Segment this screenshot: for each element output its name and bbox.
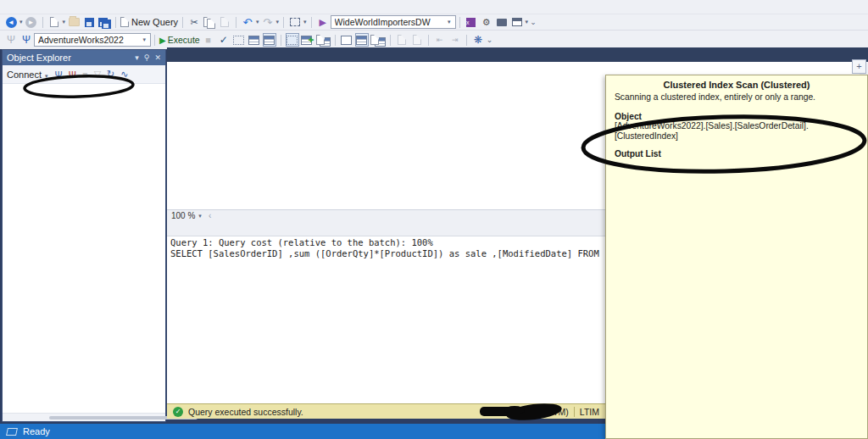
pin-icon[interactable]: ⚲ <box>144 53 150 62</box>
save-all-button[interactable] <box>97 15 111 29</box>
sql-editor-toolbar: Ψ Ψ AdventureWorks2022▾ ▶Execute ■ ✓ ✚ ⇤… <box>0 30 868 49</box>
toolbar-separator <box>42 17 43 28</box>
toolbar-separator <box>281 35 281 46</box>
save-button[interactable] <box>82 15 96 29</box>
toolbar-separator <box>283 17 284 28</box>
toolbar-separator <box>182 17 183 28</box>
selection-box-icon[interactable] <box>288 15 302 29</box>
connect-server-icon[interactable]: Ψ <box>55 69 63 80</box>
execute-button[interactable]: ▶Execute <box>159 33 200 47</box>
tooltip-object-label: Object <box>615 112 859 121</box>
results-to-file-icon[interactable] <box>370 33 386 47</box>
selection-dropdown-icon[interactable]: ▾ <box>303 19 307 25</box>
copy-icon[interactable] <box>203 15 216 29</box>
paste-icon[interactable] <box>218 15 231 29</box>
menubar <box>0 0 868 14</box>
window-position-icon[interactable]: ▾ <box>135 53 139 62</box>
tooltip-output-label: Output List <box>615 149 859 158</box>
toolbox-icon[interactable] <box>495 15 509 29</box>
stop-button[interactable]: ■ <box>202 33 215 47</box>
database-combo[interactable]: AdventureWorks2022▾ <box>34 33 151 47</box>
cut-icon[interactable]: ✂ <box>187 15 201 29</box>
wrench-icon[interactable]: ⚙ <box>480 15 493 29</box>
parse-button[interactable]: ✓ <box>217 33 231 47</box>
new-query-button[interactable]: New Query <box>120 15 178 29</box>
toolbar-separator <box>335 35 336 46</box>
object-explorer-header[interactable]: Object Explorer ▾ ⚲ ✕ <box>3 50 165 65</box>
navigate-back-dropdown-icon[interactable]: ▾ <box>19 19 23 25</box>
new-item-dropdown-icon[interactable]: ▾ <box>63 19 66 25</box>
object-explorer-panel: Object Explorer ▾ ⚲ ✕ Connect ▾ Ψ Ψ ■ ▽ … <box>2 49 166 422</box>
filter-icon[interactable]: ▽ <box>94 69 101 80</box>
navigate-forward-button[interactable]: ► <box>25 15 38 29</box>
tooltip-object-value: [AdventureWorks2022].[Sales].[SalesOrder… <box>615 121 859 142</box>
close-icon[interactable]: ✕ <box>154 53 161 62</box>
activity-monitor-icon[interactable]: ∿ <box>120 69 128 80</box>
status-label: Ready <box>23 426 50 436</box>
query-status-message: Query executed successfully. <box>188 407 303 417</box>
toolbar-separator <box>115 17 116 28</box>
redo-button[interactable]: ↷ <box>261 15 275 29</box>
connect-dropdown[interactable]: Connect ▾ <box>7 69 49 80</box>
uncomment-icon[interactable] <box>410 33 424 47</box>
toolbar-separator <box>428 35 429 46</box>
live-query-stats-icon[interactable] <box>286 33 299 47</box>
success-check-icon: ✓ <box>173 407 183 417</box>
status-icon <box>6 428 18 436</box>
window-layout-icon[interactable] <box>510 15 524 29</box>
toolbar-separator <box>311 17 312 28</box>
toolbar-separator <box>154 35 155 46</box>
change-connection-icon[interactable]: Ψ <box>19 33 33 47</box>
document-tabstrip <box>167 47 868 62</box>
standard-toolbar: ◄ ▾ ► ▾ New Query ✂ ↶ ▾ ↷ ▾ ▾ ▶ WideWorl… <box>0 14 868 30</box>
refresh-icon[interactable]: ↻ <box>107 69 114 80</box>
tooltip-title: Clustered Index Scan (Clustered) <box>615 80 859 90</box>
operator-tooltip: Clustered Index Scan (Clustered) Scannin… <box>605 75 868 439</box>
marker-scribble <box>480 407 519 416</box>
toolbar-overflow-icon[interactable]: ⌄ <box>487 36 493 44</box>
ssms-window: ◄ ▾ ► ▾ New Query ✂ ↶ ▾ ↷ ▾ ▾ ▶ WideWorl… <box>0 0 868 439</box>
connect-plug-icon[interactable]: Ψ <box>4 33 18 47</box>
results-to-grid-icon[interactable] <box>355 33 369 47</box>
object-explorer-tree <box>3 84 165 413</box>
database-combo-top[interactable]: WideWorldImportersDW▾ <box>331 15 456 29</box>
client-stats-icon[interactable]: ✚ <box>301 33 314 47</box>
toolbar-separator <box>466 35 467 46</box>
query-options-icon[interactable] <box>232 33 246 47</box>
object-explorer-title: Object Explorer <box>7 53 71 63</box>
script-icon[interactable]: x <box>465 15 478 29</box>
plan-pan-button[interactable]: + <box>852 59 866 74</box>
open-file-button[interactable] <box>67 15 81 29</box>
toolbar-separator <box>390 35 391 46</box>
undo-button[interactable]: ↶ <box>241 15 254 29</box>
window-layout-dropdown-icon[interactable]: ▾ <box>526 19 529 25</box>
login-name: LTIM <box>580 407 599 417</box>
actual-plan-icon[interactable] <box>263 33 276 47</box>
toolbar-overflow-icon[interactable]: ⌄ <box>530 18 537 26</box>
new-item-button[interactable] <box>47 15 61 29</box>
increase-indent-icon[interactable]: ⇥ <box>448 33 462 47</box>
intellisense-icon[interactable] <box>316 33 331 47</box>
launch-icon[interactable]: ▶ <box>316 15 330 29</box>
splitter-handle[interactable]: ‹ <box>209 211 211 220</box>
zoom-level[interactable]: 100 % <box>171 211 195 220</box>
toolbar-separator <box>459 17 460 28</box>
specify-template-values-icon[interactable]: ❋ <box>471 33 485 47</box>
object-explorer-hscrollbar[interactable] <box>3 413 165 421</box>
stop-icon[interactable]: ■ <box>82 69 88 80</box>
undo-dropdown-icon[interactable]: ▾ <box>256 19 259 25</box>
server-version: (16.0 RTM) <box>524 407 569 417</box>
zoom-dropdown-icon[interactable]: ▾ <box>198 213 202 220</box>
decrease-indent-icon[interactable]: ⇤ <box>433 33 447 47</box>
navigate-back-button[interactable]: ◄ <box>4 15 18 29</box>
disconnect-server-icon[interactable]: Ψ <box>69 69 76 80</box>
results-to-text-icon[interactable] <box>340 33 353 47</box>
redo-dropdown-icon[interactable]: ▾ <box>276 19 280 25</box>
object-explorer-toolbar: Connect ▾ Ψ Ψ ■ ▽ ↻ ∿ <box>3 65 165 84</box>
estimated-plan-icon[interactable] <box>248 33 261 47</box>
toolbar-separator <box>236 17 236 28</box>
comment-icon[interactable] <box>395 33 409 47</box>
tooltip-subtitle: Scanning a clustered index, entirely or … <box>615 92 859 102</box>
